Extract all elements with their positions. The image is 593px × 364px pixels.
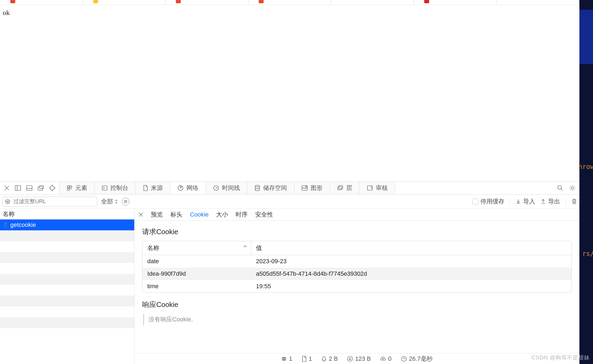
browser-tab[interactable] (166, 0, 248, 5)
browser-tab[interactable] (414, 0, 497, 5)
tab-label: 图形 (311, 184, 323, 192)
tab-label: 储存空间 (263, 184, 287, 192)
cookie-name: date (142, 255, 251, 268)
network-filter-bar: 全部 停用缓存 导入 导出 (0, 194, 579, 209)
export-button[interactable]: 导出 (541, 197, 560, 206)
import-button[interactable]: 导入 (516, 197, 535, 206)
page-content: ok (0, 5, 579, 181)
svg-rect-13 (67, 188, 69, 190)
browser-tab[interactable] (331, 0, 414, 5)
close-icon[interactable] (4, 185, 10, 191)
table-row[interactable]: date 2023-09-23 (142, 255, 572, 268)
request-row[interactable]: getcookie (0, 219, 134, 230)
cookie-value: a505d55f-547b-4714-8d4b-f7745e39302d (251, 268, 572, 280)
col-header-name[interactable]: 名称 (142, 241, 251, 255)
trash-icon[interactable] (571, 198, 577, 205)
graphics-icon (301, 185, 308, 191)
column-header-name: 名称 (3, 210, 15, 218)
svg-point-27 (5, 199, 10, 204)
browser-tab[interactable] (248, 0, 331, 5)
tab-sources[interactable]: 来源 (136, 182, 170, 194)
dock-left-icon[interactable] (15, 185, 21, 191)
tab-audit[interactable]: 审核 (360, 182, 395, 194)
target-icon[interactable] (49, 185, 55, 191)
status-value: 0 (388, 355, 391, 362)
request-row-empty (0, 285, 134, 296)
status-value: 1 (289, 355, 292, 362)
request-detail: 预览 标头 Cookie 大小 时序 安全性 请求Cookie 名称 (135, 209, 579, 364)
tab-label: 层 (346, 184, 352, 192)
download-circle-icon (347, 356, 353, 362)
browser-tab[interactable] (497, 0, 579, 5)
tab-timeline[interactable]: 时间线 (206, 182, 247, 194)
svg-rect-11 (67, 186, 69, 188)
request-row-empty (0, 296, 134, 306)
request-row-empty (0, 230, 134, 241)
status-transferred: 123 B (347, 355, 371, 362)
import-label: 导入 (523, 197, 535, 206)
status-value: 26.7毫秒 (409, 355, 433, 363)
document-icon (3, 222, 8, 228)
detail-tab-size[interactable]: 大小 (216, 211, 228, 219)
select-arrows-icon (115, 199, 118, 204)
col-header-value[interactable]: 值 (251, 241, 572, 255)
layers-icon (337, 185, 344, 191)
page-body-text: ok (3, 9, 10, 17)
svg-point-20 (305, 186, 307, 187)
response-cookies-title: 响应Cookie (142, 300, 572, 309)
tab-storage[interactable]: 储存空间 (247, 182, 294, 194)
status-time: 26.7毫秒 (401, 355, 433, 363)
export-label: 导出 (548, 197, 560, 206)
svg-point-26 (571, 187, 573, 189)
detail-tab-preview[interactable]: 预览 (151, 211, 163, 219)
cloud-up-icon (380, 356, 386, 361)
code-snippet: rs/ (582, 250, 593, 258)
search-icon[interactable] (557, 185, 563, 191)
detail-tab-headers[interactable]: 标头 (170, 211, 182, 219)
detail-tab-security[interactable]: 安全性 (255, 211, 273, 219)
grouping-icon[interactable] (122, 198, 129, 205)
tab-console[interactable]: 控制台 (95, 182, 136, 194)
filter-icon (5, 199, 10, 204)
audit-icon (367, 185, 373, 191)
divider (566, 197, 566, 206)
tab-label: 网络 (186, 184, 198, 192)
close-icon[interactable] (138, 212, 143, 217)
popout-icon[interactable] (38, 185, 44, 191)
request-row-empty (0, 317, 134, 328)
svg-rect-4 (38, 187, 42, 190)
svg-rect-21 (338, 187, 342, 190)
disable-cache-toggle[interactable]: 停用缓存 (472, 197, 504, 206)
tab-graphics[interactable]: 图形 (294, 182, 330, 194)
tab-label: 审核 (376, 184, 388, 192)
detail-tab-timing[interactable]: 时序 (236, 211, 248, 219)
tab-elements[interactable]: 元素 (60, 182, 95, 194)
favicon-icon (176, 0, 181, 3)
watermark: CSDN @狗哥不是甜妹 (531, 354, 590, 361)
browser-tab[interactable] (0, 0, 83, 5)
tab-layers[interactable]: 层 (330, 182, 360, 194)
svg-point-24 (558, 186, 561, 189)
status-warnings: 2 B (321, 355, 338, 362)
detail-tab-cookie[interactable]: Cookie (190, 211, 208, 218)
table-row[interactable]: Idea-990f7d9d a505d55f-547b-4714-8d4b-f7… (142, 268, 572, 280)
table-row[interactable]: time 19:55 (142, 280, 572, 293)
chevron-up-icon (243, 245, 247, 248)
cookie-name: Idea-990f7d9d (142, 268, 251, 280)
sources-icon (143, 185, 148, 191)
network-status-bar: 1 1 2 B 123 B (135, 353, 579, 364)
svg-point-6 (50, 186, 54, 190)
document-icon (302, 356, 307, 362)
dock-bottom-icon[interactable] (26, 185, 33, 191)
status-value: 2 B (329, 355, 338, 362)
disable-cache-label: 停用缓存 (480, 197, 504, 206)
console-icon (102, 185, 108, 191)
timeline-icon (213, 185, 219, 191)
svg-rect-22 (339, 186, 343, 189)
request-type-select[interactable]: 全部 (101, 197, 118, 206)
gear-icon[interactable] (569, 185, 576, 191)
request-list-header[interactable]: 名称 (0, 209, 134, 219)
filter-url-input[interactable] (2, 197, 97, 206)
tab-network[interactable]: 网络 (170, 182, 206, 194)
browser-tab[interactable] (83, 0, 166, 5)
